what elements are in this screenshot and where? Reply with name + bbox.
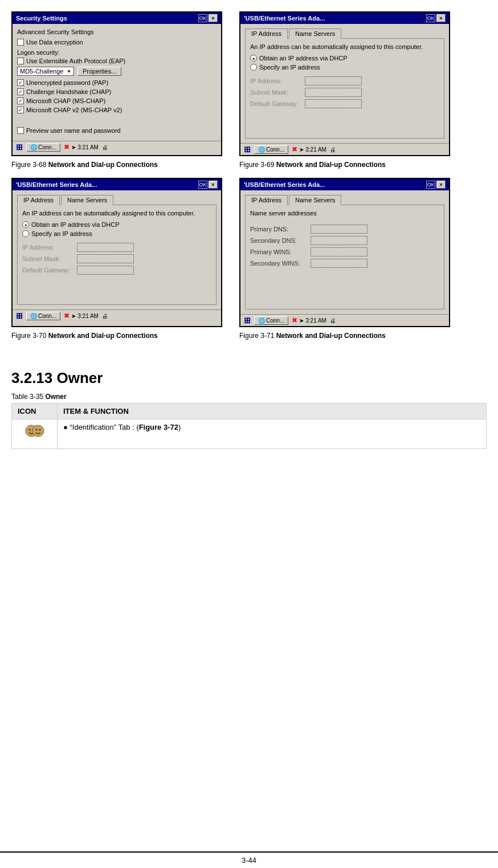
function-cell-1: ● “Identification” Tab : (Figure 3-72) (58, 419, 487, 449)
tab-ip-70[interactable]: IP Address (17, 195, 60, 205)
arrow-icon-70: ➤ (71, 313, 76, 319)
close-button-69[interactable]: × (436, 14, 446, 22)
secondary-dns-group: Secondary DNS: . . . (250, 236, 439, 245)
ok-button-71[interactable]: OK (426, 181, 435, 189)
x-icon-70: ✖ (64, 312, 70, 320)
radio-specify-label-70: Specify an IP address (31, 230, 92, 237)
conn-btn-71[interactable]: 🌐 Conn... (254, 316, 288, 325)
ok-button-68[interactable]: OK (198, 14, 207, 22)
extra-icon-71: 🖨 (330, 317, 336, 324)
table-caption-bold: Owner (45, 393, 66, 401)
checkbox-eap[interactable] (17, 58, 24, 64)
title-buttons-68: OK × (198, 14, 218, 22)
ip-address-input-69[interactable]: . . . (305, 76, 362, 85)
description-70: An IP address can be automatically assig… (22, 210, 211, 217)
checkbox-chap[interactable] (17, 88, 24, 95)
close-button-68[interactable]: × (209, 14, 218, 22)
gateway-input-69[interactable]: . . . (305, 99, 362, 108)
section-heading: 3.2.13 Owner (11, 369, 487, 387)
conn-btn-68[interactable]: 🌐 Conn... (26, 143, 60, 152)
col-function-header: ITEM & FUNCTION (58, 404, 487, 419)
checkbox-mschap[interactable] (17, 97, 24, 104)
titlebar-68-title: Security Settings (16, 15, 198, 22)
tab-content-70: An IP address can be automatically assig… (17, 205, 217, 305)
radio-dhcp-row-69: Obtain an IP address via DHCP (250, 55, 439, 62)
ok-button-69[interactable]: OK (426, 14, 435, 22)
dropdown-arrow: ▼ (67, 69, 71, 74)
checkbox-pap[interactable] (17, 79, 24, 86)
ip-address-group-69: IP Address: . . . (250, 76, 439, 85)
status-time-69: 3:21 AM (305, 146, 326, 153)
win-logo-68: ⊞ (16, 142, 23, 152)
secondary-dns-input[interactable]: . . . (311, 236, 368, 245)
extra-icon-70: 🖨 (102, 313, 108, 319)
tab-bar-69: IP Address Name Servers (245, 28, 444, 39)
checkbox-pap-row: Unencrypted password (PAP) (17, 79, 217, 86)
extra-icon-68: 🖨 (102, 144, 108, 150)
radio-specify-label-69: Specify an IP address (259, 64, 320, 71)
tab-ns-69[interactable]: Name Servers (289, 28, 341, 39)
win-logo-70: ⊞ (16, 311, 23, 320)
tab-ip-71[interactable]: IP Address (245, 195, 288, 205)
status-icons-70: ✖ ➤ 3:21 AM (64, 312, 99, 320)
radio-dhcp-69[interactable] (250, 55, 257, 62)
gateway-input-70[interactable]: . . . (77, 266, 134, 275)
ip-address-label-69: IP Address: (250, 78, 301, 84)
close-button-70[interactable]: × (209, 181, 218, 189)
tab-ns-70[interactable]: Name Servers (61, 195, 113, 205)
titlebar-68: Security Settings OK × (13, 13, 221, 24)
checkbox-encryption-label: Use Data encryption (26, 39, 83, 46)
primary-dns-label: Primary DNS: (250, 226, 307, 233)
gateway-label-70: Default Gateway: (22, 267, 74, 274)
radio-specify-69[interactable] (250, 64, 257, 71)
subnet-input-70[interactable]: . . . (77, 254, 134, 263)
conn-btn-70[interactable]: 🌐 Conn... (26, 312, 60, 320)
subnet-label-70: Subnet Mask: (22, 255, 74, 262)
x-icon-68: ✖ (64, 143, 70, 151)
caption-70-text: Figure 3-70 (11, 332, 48, 340)
titlebar-70-title: 'USB/Ethernet Series Ada... (16, 181, 198, 188)
title-buttons-70: OK × (198, 181, 218, 189)
close-button-71[interactable]: × (436, 181, 446, 189)
checkbox-mschap2[interactable] (17, 107, 24, 113)
checkbox-preview-row: Preview user name and password (17, 127, 217, 134)
statusbar-69: ⊞ 🌐 Conn... ✖ ➤ 3:21 AM 🖨 (240, 143, 449, 155)
secondary-wins-group: Secondary WINS: . . . (250, 259, 439, 268)
arrow-icon-68: ➤ (71, 144, 76, 150)
ip-address-input-70[interactable]: . . . (77, 243, 134, 252)
arrow-icon-69: ➤ (299, 146, 304, 153)
globe-icon-69: 🌐 (258, 146, 265, 153)
radio-specify-70[interactable] (22, 230, 29, 237)
status-time-70: 3:21 AM (77, 313, 99, 319)
status-icons-71: ✖ ➤ 3:21 AM (292, 316, 326, 324)
dialog-body-69: IP Address Name Servers An IP address ca… (240, 24, 449, 143)
radio-dhcp-70[interactable] (22, 221, 29, 228)
subnet-group-70: Subnet Mask: . . . (22, 254, 211, 263)
caption-row-1: Figure 3-68 Network and Dial-up Connecti… (11, 161, 487, 169)
secondary-wins-input[interactable]: . . . (311, 259, 368, 268)
checkbox-eap-label: Use Extensible Auth Protocol (EAP) (26, 58, 125, 64)
primary-dns-input[interactable]: . . . (311, 225, 368, 234)
subnet-group-69: Subnet Mask: . . . (250, 88, 439, 97)
primary-wins-input[interactable]: . . . (311, 247, 368, 256)
checkbox-chap-label: Challenge Handshake (CHAP) (26, 88, 111, 95)
radio-dhcp-label-69: Obtain an IP address via DHCP (259, 55, 347, 62)
tab-ip-69[interactable]: IP Address (245, 28, 288, 39)
primary-dns-group: Primary DNS: . . . (250, 225, 439, 234)
status-icons-68: ✖ ➤ 3:21 AM (64, 143, 99, 151)
conn-btn-69[interactable]: 🌐 Conn... (254, 145, 288, 154)
figure-71-dialog: 'USB/Ethernet Series Ada... OK × IP Addr… (239, 178, 450, 327)
statusbar-70: ⊞ 🌐 Conn... ✖ ➤ 3:21 AM 🖨 (13, 309, 221, 321)
ok-button-70[interactable]: OK (198, 181, 207, 189)
x-icon-71: ✖ (292, 316, 297, 324)
dropdown-row: MD5-Challenge ▼ Properties... (17, 67, 217, 76)
checkbox-encryption[interactable] (17, 39, 24, 46)
caption-row-2: Figure 3-70 Network and Dial-up Connecti… (11, 332, 487, 340)
checkbox-preview[interactable] (17, 127, 24, 134)
advanced-security-title: Advanced Security Settings (17, 28, 217, 35)
properties-button[interactable]: Properties... (77, 67, 121, 76)
dropdown-md5[interactable]: MD5-Challenge ▼ (17, 67, 74, 76)
tab-ns-71[interactable]: Name Servers (289, 195, 341, 205)
subnet-input-69[interactable]: . . . (305, 88, 362, 97)
tab-bar-71: IP Address Name Servers (245, 195, 444, 205)
